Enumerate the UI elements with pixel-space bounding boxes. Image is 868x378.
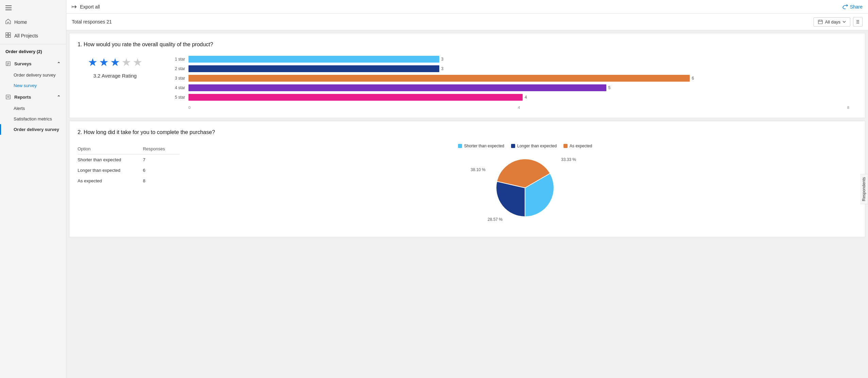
question-2-content: Option Responses Shorter than expected7L… bbox=[78, 144, 857, 229]
all-days-filter[interactable]: All days bbox=[814, 17, 850, 27]
star-3: ★ bbox=[110, 56, 120, 69]
legend-label: Longer than expected bbox=[517, 144, 557, 148]
home-icon bbox=[5, 19, 11, 26]
question-1-content: ★ ★ ★ ★ ★ 3.2 Average Rating 1 star32 st… bbox=[78, 56, 857, 110]
responses-cell: 8 bbox=[143, 176, 180, 186]
pie-chart-area: Shorter than expectedLonger than expecte… bbox=[193, 144, 857, 229]
collapse-button[interactable] bbox=[853, 17, 863, 27]
axis-label: 8 bbox=[847, 105, 849, 110]
col-option: Option bbox=[78, 144, 143, 154]
question-1-section: 1. How would you rate the overall qualit… bbox=[69, 33, 865, 118]
bar-fill bbox=[189, 75, 690, 82]
pie-label-longer: 28.57 % bbox=[488, 217, 503, 222]
svg-rect-5 bbox=[6, 35, 8, 37]
responses-cell: 6 bbox=[143, 165, 180, 176]
svg-rect-1 bbox=[5, 7, 12, 8]
bar-value: 3 bbox=[441, 57, 447, 62]
svg-rect-16 bbox=[818, 20, 822, 24]
q2-table: Option Responses Shorter than expected7L… bbox=[78, 144, 180, 186]
surveys-collapse-icon: ⌃ bbox=[57, 61, 61, 66]
bar-row: 5 star4 bbox=[173, 94, 857, 101]
legend-item: Shorter than expected bbox=[458, 144, 504, 148]
surveys-label: Surveys bbox=[14, 61, 32, 66]
table-row: As expected8 bbox=[78, 176, 180, 186]
svg-rect-11 bbox=[6, 95, 10, 99]
bar-fill bbox=[189, 65, 439, 72]
question-2-section: 2. How long did it take for you to compl… bbox=[69, 121, 865, 237]
star-rating: ★ ★ ★ ★ ★ bbox=[88, 56, 143, 69]
bar-value: 6 bbox=[692, 76, 697, 81]
table-row: Longer than expected6 bbox=[78, 165, 180, 176]
legend-color bbox=[458, 144, 462, 148]
bar-fill bbox=[189, 84, 606, 91]
total-responses: Total responses 21 bbox=[72, 19, 112, 24]
surveys-section-header[interactable]: Surveys ⌃ bbox=[0, 57, 66, 70]
legend-color bbox=[511, 144, 515, 148]
svg-rect-6 bbox=[9, 35, 11, 37]
sidebar-item-order-delivery-survey[interactable]: Order delivery survey bbox=[0, 70, 66, 80]
reports-collapse-icon: ⌃ bbox=[57, 95, 61, 100]
svg-rect-0 bbox=[5, 5, 12, 6]
share-button[interactable]: Share bbox=[842, 4, 863, 10]
reports-section-header[interactable]: Reports ⌃ bbox=[0, 91, 66, 103]
bar-label: 2 star bbox=[173, 66, 185, 71]
bar-label: 5 star bbox=[173, 95, 185, 100]
sidebar-item-order-delivery-report[interactable]: Order delivery survey bbox=[0, 124, 66, 135]
main-content: Export all Share Total responses 21 All … bbox=[66, 0, 868, 378]
responses-cell: 7 bbox=[143, 154, 180, 165]
menu-icon[interactable] bbox=[0, 3, 66, 15]
sidebar: Home All Projects Order delivery (2) Sur… bbox=[0, 0, 66, 378]
projects-icon bbox=[5, 32, 11, 39]
star-5: ★ bbox=[133, 56, 143, 69]
average-rating: 3.2 Average Rating bbox=[93, 73, 136, 79]
home-label: Home bbox=[14, 19, 27, 25]
bar-value: 4 bbox=[525, 95, 530, 100]
all-projects-label: All Projects bbox=[14, 33, 38, 38]
export-all-button[interactable]: Export all bbox=[72, 4, 100, 10]
share-label: Share bbox=[850, 4, 863, 10]
bar-row: 4 star5 bbox=[173, 84, 857, 91]
bar-chart: 1 star32 star33 star64 star55 star4048 bbox=[166, 56, 857, 110]
col-responses: Responses bbox=[143, 144, 180, 154]
content-scroll[interactable]: 1. How would you rate the overall qualit… bbox=[66, 30, 868, 378]
star-4: ★ bbox=[121, 56, 131, 69]
toolbar: Export all Share bbox=[66, 0, 868, 14]
sidebar-divider bbox=[0, 44, 66, 44]
bar-value: 3 bbox=[441, 66, 447, 71]
bar-label: 1 star bbox=[173, 57, 185, 62]
question-2-title: 2. How long did it take for you to compl… bbox=[78, 129, 857, 135]
pie-label-as-expected: 38.10 % bbox=[471, 167, 486, 172]
option-cell: As expected bbox=[78, 176, 143, 186]
sidebar-item-new-survey[interactable]: New survey bbox=[0, 80, 66, 91]
star-2: ★ bbox=[99, 56, 109, 69]
bar-fill bbox=[189, 56, 439, 63]
legend-label: Shorter than expected bbox=[464, 144, 504, 148]
option-cell: Longer than expected bbox=[78, 165, 143, 176]
star-1: ★ bbox=[88, 56, 98, 69]
sidebar-item-alerts[interactable]: Alerts bbox=[0, 103, 66, 114]
order-delivery-header: Order delivery (2) bbox=[0, 46, 66, 57]
bar-fill bbox=[189, 94, 523, 101]
respondents-panel-label[interactable]: Respondents bbox=[860, 174, 868, 204]
bar-value: 5 bbox=[608, 85, 614, 90]
export-all-label: Export all bbox=[80, 4, 100, 10]
sidebar-item-home[interactable]: Home bbox=[0, 15, 66, 29]
axis-label: 4 bbox=[518, 105, 520, 110]
sidebar-item-satisfaction-metrics[interactable]: Satisfaction metrics bbox=[0, 114, 66, 124]
bar-row: 3 star6 bbox=[173, 75, 857, 82]
legend-item: As expected bbox=[563, 144, 592, 148]
table-row: Shorter than expected7 bbox=[78, 154, 180, 165]
legend-color bbox=[563, 144, 568, 148]
pie-chart-container: 33.33 % 28.57 % 38.10 % bbox=[484, 154, 566, 229]
sidebar-item-all-projects[interactable]: All Projects bbox=[0, 29, 66, 43]
question-1-title: 1. How would you rate the overall qualit… bbox=[78, 42, 857, 48]
legend-item: Longer than expected bbox=[511, 144, 557, 148]
bar-row: 1 star3 bbox=[173, 56, 857, 63]
svg-rect-3 bbox=[6, 33, 8, 35]
bar-label: 4 star bbox=[173, 85, 185, 90]
chart-axis: 048 bbox=[189, 105, 857, 110]
pie-label-shorter: 33.33 % bbox=[561, 157, 576, 162]
rating-display: ★ ★ ★ ★ ★ 3.2 Average Rating bbox=[78, 56, 152, 79]
legend-label: As expected bbox=[570, 144, 592, 148]
pie-legend: Shorter than expectedLonger than expecte… bbox=[458, 144, 592, 148]
